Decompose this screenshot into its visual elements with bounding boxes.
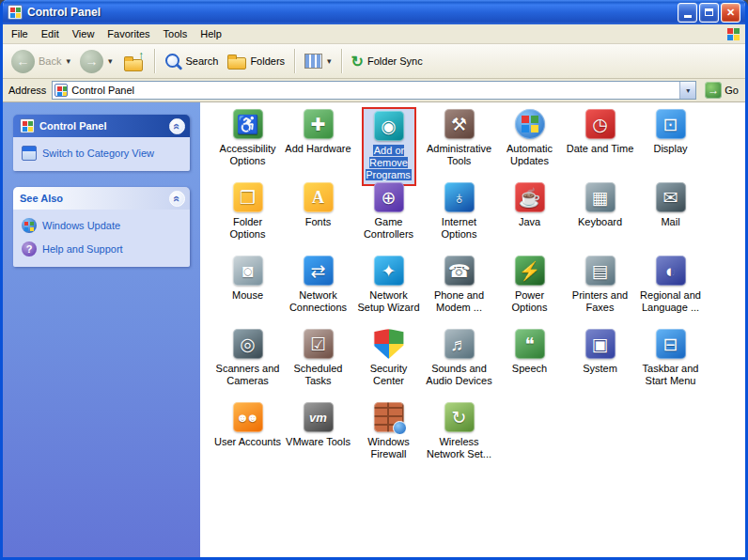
- item-scanners-cameras[interactable]: ◎Scanners and Cameras: [213, 327, 283, 387]
- item-fonts[interactable]: AFonts: [284, 180, 353, 228]
- menu-item-tools[interactable]: Tools: [157, 25, 195, 42]
- item-user-accounts[interactable]: ☻☻User Accounts: [213, 400, 283, 448]
- menu-item-favorites[interactable]: Favorites: [101, 25, 156, 42]
- item-folder-options[interactable]: ❒Folder Options: [213, 180, 283, 241]
- item-speech[interactable]: ❝Speech: [495, 327, 565, 375]
- item-network-connections[interactable]: ⇄Network Connections: [284, 254, 353, 314]
- item-mail[interactable]: ✉Mail: [636, 180, 706, 228]
- titlebar[interactable]: Control Panel ✕: [3, 0, 745, 24]
- phone-modem-icon: ☎: [444, 256, 475, 286]
- up-button[interactable]: ↑: [118, 48, 148, 74]
- grid-cell: ☑Scheduled Tasks: [283, 327, 353, 400]
- address-combo[interactable]: Control Panel ▾: [52, 81, 696, 100]
- sidebar-panel-control-panel: Control Panel«Switch to Category View: [13, 115, 190, 171]
- minimize-button[interactable]: [678, 3, 697, 23]
- address-dropdown-button[interactable]: ▾: [679, 82, 695, 99]
- keyboard-icon: ▦: [585, 182, 616, 212]
- grid-cell: ❝Speech: [494, 327, 565, 400]
- item-windows-firewall[interactable]: Windows Firewall: [354, 400, 424, 460]
- item-label: Add or Remove Programs: [365, 145, 413, 182]
- item-vmware-tools[interactable]: vmVMware Tools: [284, 400, 353, 448]
- panel-header: Control Panel«: [13, 115, 190, 137]
- item-system[interactable]: ▣System: [566, 327, 635, 375]
- item-game-controllers[interactable]: ⊕Game Controllers: [354, 180, 424, 241]
- toolbar: ← Back ▾ → ▾ ↑ Search Folders ▾: [3, 44, 745, 79]
- item-taskbar-startmenu[interactable]: ⊟Taskbar and Start Menu: [636, 327, 706, 387]
- go-icon: →: [705, 82, 722, 99]
- close-button[interactable]: ✕: [721, 3, 740, 23]
- add-hardware-icon: ✚: [304, 109, 334, 139]
- grid-cell: ♬Sounds and Audio Devices: [424, 327, 494, 400]
- grid-cell: AFonts: [283, 180, 353, 254]
- item-mouse[interactable]: ◙Mouse: [213, 254, 283, 302]
- address-bar: Address Control Panel ▾ → Go: [3, 79, 745, 102]
- item-printers-faxes[interactable]: ▤Printers and Faxes: [566, 254, 635, 314]
- folders-button[interactable]: Folders: [224, 51, 288, 72]
- item-display[interactable]: ⊡Display: [636, 107, 706, 155]
- link-label: Windows Update: [42, 220, 120, 231]
- collapse-chevron-icon[interactable]: «: [169, 118, 185, 134]
- folder-sync-button[interactable]: ↻ Folder Sync: [348, 50, 427, 73]
- item-date-time[interactable]: ◷Date and Time: [566, 107, 635, 155]
- item-java[interactable]: ☕Java: [495, 180, 565, 228]
- menu-item-view[interactable]: View: [66, 25, 101, 42]
- link-help-and-support[interactable]: Help and Support: [22, 241, 184, 257]
- item-internet-options[interactable]: ♁Internet Options: [425, 180, 494, 241]
- back-icon: ←: [11, 50, 35, 73]
- menu-item-edit[interactable]: Edit: [35, 25, 66, 42]
- grid-cell: ⊕Game Controllers: [353, 180, 424, 254]
- toolbar-separator: [294, 49, 295, 73]
- item-administrative-tools[interactable]: ⚒Administrative Tools: [425, 107, 494, 167]
- grid-cell: Automatic Updates: [494, 107, 565, 180]
- item-network-setup-wizard[interactable]: ✦Network Setup Wizard: [354, 254, 424, 314]
- item-label: Scheduled Tasks: [284, 363, 353, 387]
- address-label: Address: [7, 85, 46, 96]
- link-switch-to-category-view[interactable]: Switch to Category View: [22, 146, 184, 161]
- menu-item-help[interactable]: Help: [194, 25, 228, 42]
- regional-language-icon: ◐: [656, 256, 686, 286]
- item-keyboard[interactable]: ▦Keyboard: [566, 180, 635, 228]
- java-icon: ☕: [515, 182, 545, 212]
- forward-button[interactable]: → ▾: [76, 47, 117, 76]
- internet-options-icon: ♁: [444, 182, 475, 212]
- grid-cell: ▤Printers and Faxes: [565, 254, 635, 327]
- item-power-options[interactable]: ⚡Power Options: [495, 254, 565, 314]
- item-accessibility[interactable]: ♿Accessibility Options: [213, 107, 283, 167]
- back-dropdown-icon[interactable]: ▾: [66, 56, 70, 66]
- search-button[interactable]: Search: [161, 50, 223, 73]
- views-button[interactable]: ▾: [301, 51, 335, 71]
- forward-dropdown-icon[interactable]: ▾: [108, 56, 113, 66]
- grid-cell: ⚒Administrative Tools: [424, 107, 494, 180]
- back-button[interactable]: ← Back ▾: [8, 47, 74, 76]
- item-security-center[interactable]: Security Center: [354, 327, 424, 387]
- item-add-remove-programs[interactable]: ◉Add or Remove Programs: [362, 107, 416, 186]
- item-sounds-audio[interactable]: ♬Sounds and Audio Devices: [425, 327, 494, 387]
- item-label: Folder Options: [213, 216, 283, 241]
- sidebar: Control Panel«Switch to Category ViewSee…: [3, 102, 200, 557]
- item-add-hardware[interactable]: ✚Add Hardware: [284, 107, 353, 155]
- security-center-icon: [374, 329, 404, 359]
- toolbar-separator: [154, 49, 155, 73]
- address-icon: [55, 84, 68, 97]
- grid-cell: ▦Keyboard: [565, 180, 635, 254]
- item-wireless-network[interactable]: ↻Wireless Network Set...: [425, 400, 494, 460]
- item-automatic-updates[interactable]: Automatic Updates: [495, 107, 565, 167]
- link-windows-update[interactable]: Windows Update: [22, 218, 184, 233]
- menu-item-file[interactable]: File: [5, 25, 35, 42]
- scanners-cameras-icon: ◎: [233, 329, 263, 359]
- maximize-button[interactable]: [699, 3, 719, 23]
- item-phone-modem[interactable]: ☎Phone and Modem ...: [425, 254, 494, 314]
- item-label: Regional and Language ...: [636, 289, 706, 314]
- up-arrow-icon: ↑: [138, 48, 145, 62]
- taskbar-startmenu-icon: ⊟: [656, 329, 686, 359]
- item-label: Add Hardware: [284, 143, 351, 155]
- item-label: Network Connections: [284, 289, 353, 314]
- collapse-chevron-icon[interactable]: «: [169, 191, 185, 207]
- forward-icon: →: [80, 50, 103, 73]
- grid-cell: ♁Internet Options: [424, 180, 494, 254]
- item-label: Administrative Tools: [425, 143, 494, 167]
- item-regional-language[interactable]: ◐Regional and Language ...: [636, 254, 706, 314]
- go-button[interactable]: → Go: [702, 82, 741, 99]
- item-scheduled-tasks[interactable]: ☑Scheduled Tasks: [284, 327, 353, 387]
- views-dropdown-icon[interactable]: ▾: [327, 56, 332, 66]
